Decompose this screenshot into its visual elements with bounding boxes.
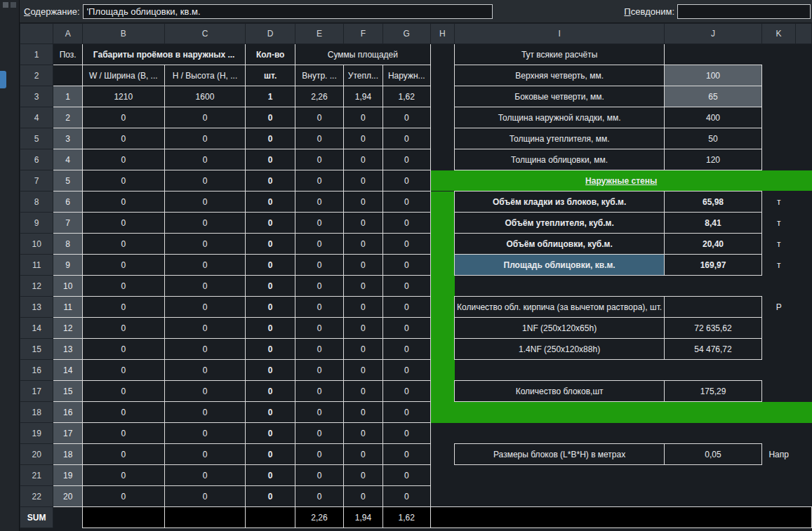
cell-E23[interactable]: 2,26 (295, 507, 343, 528)
cell-D5[interactable]: 0 (246, 128, 295, 149)
cell-K21[interactable] (761, 465, 795, 486)
row-header-9[interactable]: 9 (20, 213, 53, 234)
cell-C16[interactable]: 0 (164, 360, 246, 381)
cell-C14[interactable]: 0 (164, 318, 246, 339)
cell-H9[interactable] (430, 213, 454, 234)
cell-J6[interactable]: 120 (665, 149, 762, 170)
col-header-C[interactable]: C (164, 24, 246, 44)
cell-K8[interactable]: т (761, 191, 795, 213)
cell-E5[interactable]: 0 (295, 128, 343, 149)
cell-H4[interactable] (430, 107, 454, 128)
cell-C6[interactable]: 0 (164, 149, 246, 170)
cell-E10[interactable]: 0 (295, 234, 343, 255)
cell-F10[interactable]: 0 (344, 234, 383, 255)
cell-X9[interactable] (795, 213, 811, 234)
cell-E14[interactable]: 0 (295, 318, 343, 339)
cell-H17[interactable] (430, 381, 454, 402)
row-header-18[interactable]: 18 (20, 402, 53, 423)
col-header-E[interactable]: E (295, 24, 343, 44)
cell-B16[interactable]: 0 (82, 360, 164, 381)
cell-X12[interactable] (795, 276, 811, 297)
cell-B12[interactable]: 0 (82, 276, 164, 297)
cell-C15[interactable]: 0 (164, 339, 246, 360)
cell-G15[interactable]: 0 (382, 339, 430, 360)
cell-F15[interactable]: 0 (344, 339, 383, 360)
col-header-A[interactable]: A (53, 24, 83, 44)
cell-G3[interactable]: 1,62 (382, 86, 430, 107)
cell-E17[interactable]: 0 (295, 381, 343, 402)
cell-F7[interactable]: 0 (344, 170, 383, 191)
cell-A8[interactable]: 6 (53, 191, 83, 213)
cell-E12[interactable]: 0 (295, 276, 343, 297)
cell-F20[interactable]: 0 (344, 444, 383, 465)
cell-G5[interactable]: 0 (382, 128, 430, 149)
cell-I22[interactable] (455, 486, 665, 507)
cell-B22[interactable]: 0 (82, 486, 164, 507)
row-header-13[interactable]: 13 (20, 297, 53, 318)
cell-H21[interactable] (430, 465, 454, 486)
col-header-overflow[interactable] (795, 24, 811, 44)
cell-D2[interactable]: шт. (246, 65, 295, 86)
cell-H19[interactable] (430, 423, 454, 444)
cell-D9[interactable]: 0 (246, 213, 295, 234)
cell-D6[interactable]: 0 (246, 149, 295, 170)
grid-corner[interactable] (20, 24, 53, 44)
row-header-5[interactable]: 5 (20, 128, 53, 149)
cell-D10[interactable]: 0 (246, 234, 295, 255)
cell-E13[interactable]: 0 (295, 297, 343, 318)
cell-X20[interactable] (795, 444, 811, 465)
cell-A22[interactable]: 20 (53, 486, 83, 507)
cell-I19[interactable] (455, 423, 665, 444)
cell-A3[interactable]: 1 (53, 86, 83, 107)
cell-K4[interactable] (761, 107, 795, 128)
cell-K2[interactable] (761, 65, 795, 86)
cell-G21[interactable]: 0 (382, 465, 430, 486)
cell-C13[interactable]: 0 (164, 297, 246, 318)
cell-E19[interactable]: 0 (295, 423, 343, 444)
cell-G13[interactable]: 0 (382, 297, 430, 318)
cell-I2[interactable]: Верхняя четверть, мм. (455, 65, 665, 86)
col-header-I[interactable]: I (455, 24, 665, 44)
row-header-3[interactable]: 3 (20, 86, 53, 107)
cell-D14[interactable]: 0 (246, 318, 295, 339)
cell-J11[interactable]: 169,97 (665, 255, 762, 276)
cell-J21[interactable] (665, 465, 762, 486)
cell-H20[interactable] (430, 444, 454, 465)
cell-B13[interactable]: 0 (82, 297, 164, 318)
cell-A13[interactable]: 11 (53, 297, 83, 318)
cell-C21[interactable]: 0 (164, 465, 246, 486)
cell-A11[interactable]: 9 (53, 255, 83, 276)
cell-C10[interactable]: 0 (164, 234, 246, 255)
cell-E7[interactable]: 0 (295, 170, 343, 191)
cell-B18[interactable]: 0 (82, 402, 164, 423)
row-header-20[interactable]: 20 (20, 444, 53, 465)
cell-B17[interactable]: 0 (82, 381, 164, 402)
cell-J15[interactable]: 54 476,72 (665, 339, 762, 360)
cell-K5[interactable] (761, 128, 795, 149)
cell-J10[interactable]: 20,40 (665, 234, 762, 255)
cell-X2[interactable] (795, 65, 811, 86)
cell-C19[interactable]: 0 (164, 423, 246, 444)
cell-C20[interactable]: 0 (164, 444, 246, 465)
cell-G23[interactable]: 1,62 (382, 507, 430, 528)
cell-K12[interactable] (761, 276, 795, 297)
cell-D1[interactable]: Кол-во (246, 44, 295, 65)
cell-J22[interactable] (665, 486, 762, 507)
cell-E4[interactable]: 0 (295, 107, 343, 128)
cell-D16[interactable]: 0 (246, 360, 295, 381)
cell-K19[interactable] (761, 423, 795, 444)
cell-I17[interactable]: Количество блоков,шт (455, 381, 665, 402)
cell-D12[interactable]: 0 (246, 276, 295, 297)
cell-A19[interactable]: 17 (53, 423, 83, 444)
cell-D7[interactable]: 0 (246, 170, 295, 191)
cell-F21[interactable]: 0 (344, 465, 383, 486)
cell-B14[interactable]: 0 (82, 318, 164, 339)
cell-H15[interactable] (430, 339, 454, 360)
row-header-2[interactable]: 2 (20, 65, 53, 86)
cell-A17[interactable]: 15 (53, 381, 83, 402)
cell-A18[interactable]: 16 (53, 402, 83, 423)
cell-G12[interactable]: 0 (382, 276, 430, 297)
cell-J19[interactable] (665, 423, 762, 444)
row-header-6[interactable]: 6 (20, 149, 53, 170)
cell-G4[interactable]: 0 (382, 107, 430, 128)
